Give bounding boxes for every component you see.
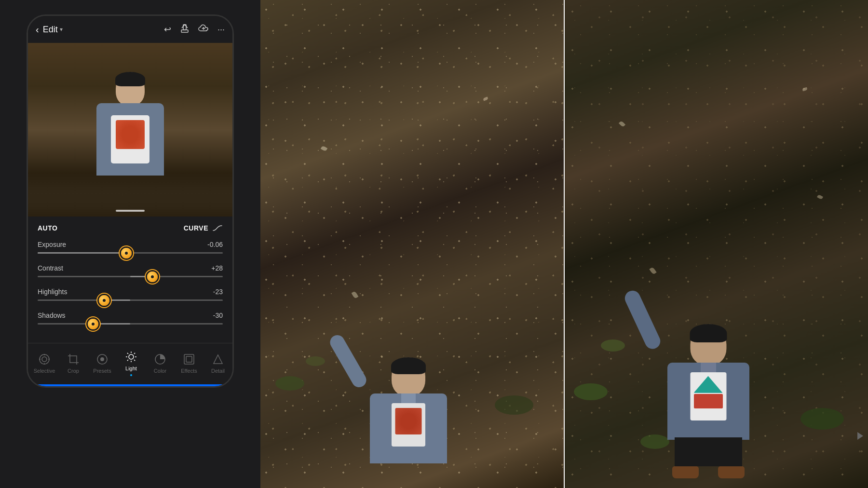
photo-area: [28, 43, 232, 217]
contrast-thumb[interactable]: [146, 270, 159, 284]
toolbar-item-effects[interactable]: Effects: [175, 352, 203, 374]
contrast-header: Contrast +28: [38, 264, 223, 272]
shadows-header: Shadows -30: [38, 312, 223, 319]
bottom-toolbar: Selective Crop: [28, 343, 232, 386]
exposure-track[interactable]: [38, 252, 223, 254]
triangle-indicator: [857, 432, 863, 440]
svg-line-19: [127, 360, 128, 361]
controls-area: AUTO CURVE Exposure -0.06: [28, 217, 232, 343]
svg-marker-23: [214, 355, 222, 364]
undo-icon[interactable]: ↩: [164, 24, 171, 35]
detail-label: Detail: [211, 368, 225, 374]
curve-label: CURVE: [184, 224, 208, 232]
phone-container: ‹ Edit ▾ ↩: [27, 14, 234, 388]
svg-point-4: [42, 357, 47, 362]
share-icon[interactable]: [180, 24, 190, 36]
shadows-label: Shadows: [38, 312, 66, 319]
light-indicator: [130, 374, 132, 376]
highlights-track[interactable]: [38, 299, 223, 301]
effects-icon: [182, 352, 196, 366]
shadows-thumb[interactable]: [86, 317, 100, 331]
effects-label: Effects: [181, 368, 197, 374]
highlights-thumb[interactable]: [97, 294, 111, 307]
exposure-label: Exposure: [38, 241, 66, 248]
edit-dropdown[interactable]: Edit ▾: [43, 25, 63, 35]
right-area: [260, 0, 868, 488]
exposure-thumb[interactable]: [120, 246, 133, 260]
after-panel: [564, 0, 868, 488]
color-label: Color: [154, 368, 166, 374]
curve-icon: [212, 224, 223, 232]
cloud-icon[interactable]: [198, 24, 209, 35]
auto-button[interactable]: AUTO: [38, 224, 57, 232]
selective-label: Selective: [34, 368, 55, 374]
exposure-value: -0.06: [207, 241, 223, 248]
top-bar: ‹ Edit ▾ ↩: [28, 16, 232, 43]
presets-label: Presets: [93, 368, 111, 374]
svg-line-18: [134, 352, 135, 353]
shadows-slider-row: Shadows -30: [38, 312, 223, 325]
top-bar-left: ‹ Edit ▾: [36, 24, 63, 35]
toolbar-item-presets[interactable]: Presets: [88, 352, 117, 374]
svg-rect-22: [186, 356, 192, 362]
toolbar-item-crop[interactable]: Crop: [59, 352, 88, 374]
shadows-track[interactable]: [38, 323, 223, 325]
highlights-header: Highlights -23: [38, 288, 223, 296]
curve-button[interactable]: CURVE: [184, 224, 223, 232]
photo-scrubber[interactable]: [116, 210, 145, 212]
contrast-track[interactable]: [38, 276, 223, 277]
color-icon: [153, 352, 167, 366]
selective-icon: [38, 352, 51, 366]
back-button[interactable]: ‹: [36, 24, 39, 35]
svg-point-11: [129, 354, 134, 359]
highlights-value: -23: [213, 288, 223, 296]
contrast-label: Contrast: [38, 264, 63, 272]
toolbar-item-light[interactable]: Light: [117, 350, 146, 376]
contrast-value: +28: [211, 264, 223, 272]
toolbar-item-selective[interactable]: Selective: [30, 352, 59, 374]
chevron-down-icon: ▾: [60, 26, 63, 33]
presets-icon: [95, 352, 109, 366]
svg-point-3: [40, 354, 49, 364]
svg-point-10: [100, 357, 104, 361]
left-panel: ‹ Edit ▾ ↩: [0, 0, 260, 488]
more-icon[interactable]: ···: [217, 25, 225, 35]
crop-label: Crop: [68, 368, 79, 374]
svg-line-16: [127, 352, 128, 353]
light-label: Light: [125, 366, 137, 371]
before-photo: [260, 0, 564, 488]
edit-label: Edit: [43, 25, 58, 35]
highlights-label: Highlights: [38, 288, 67, 296]
svg-line-17: [134, 360, 135, 361]
blue-bottom-bar: [28, 384, 232, 386]
svg-rect-1: [181, 30, 188, 32]
auto-curve-row: AUTO CURVE: [38, 224, 223, 232]
toolbar-item-detail[interactable]: Detail: [203, 352, 232, 374]
crop-icon: [67, 352, 80, 366]
detail-icon: [211, 352, 225, 366]
highlights-slider-row: Highlights -23: [38, 288, 223, 301]
top-bar-right: ↩ ···: [164, 24, 225, 36]
before-panel: [260, 0, 564, 488]
light-icon: [124, 350, 138, 364]
after-photo: [565, 0, 868, 488]
contrast-slider-row: Contrast +28: [38, 264, 223, 277]
exposure-slider-row: Exposure -0.06: [38, 241, 223, 254]
svg-rect-21: [184, 354, 194, 364]
toolbar-item-color[interactable]: Color: [146, 352, 175, 374]
shadows-value: -30: [213, 312, 223, 319]
